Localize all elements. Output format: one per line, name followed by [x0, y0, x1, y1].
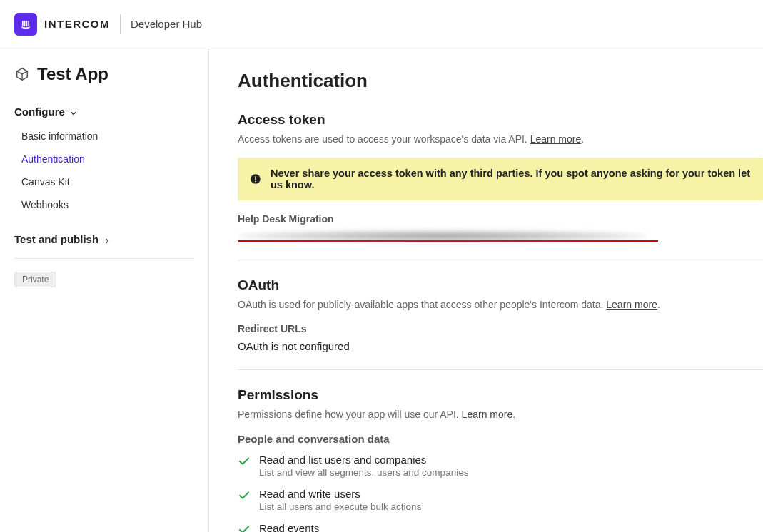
- divider: [14, 258, 194, 259]
- configure-subitems: Basic information Authentication Canvas …: [14, 125, 194, 216]
- access-token-learn-more-link[interactable]: Learn more: [530, 133, 582, 145]
- divider: [238, 369, 763, 370]
- configure-section-toggle[interactable]: Configure: [14, 106, 194, 118]
- oauth-not-configured: OAuth is not configured: [238, 340, 763, 352]
- cube-icon: [14, 66, 30, 82]
- permission-title: Read and write users: [259, 488, 421, 500]
- sidebar-item-canvas-kit[interactable]: Canvas Kit: [21, 170, 194, 193]
- oauth-heading: OAuth: [238, 277, 763, 293]
- oauth-desc: OAuth is used for publicly-available app…: [238, 299, 763, 310]
- permissions-heading: Permissions: [238, 387, 763, 403]
- test-publish-label: Test and publish: [14, 233, 98, 245]
- brand-name: INTERCOM: [44, 18, 110, 30]
- sidebar-item-authentication[interactable]: Authentication: [21, 148, 194, 170]
- hub-label[interactable]: Developer Hub: [131, 18, 202, 30]
- oauth-desc-text: OAuth is used for publicly-available app…: [238, 299, 606, 310]
- permission-text: Read and write users List all users and …: [259, 488, 421, 512]
- access-token-desc: Access tokens are used to access your wo…: [238, 133, 763, 145]
- sidebar-item-basic-information[interactable]: Basic information: [21, 125, 194, 148]
- page-title: Authentication: [238, 70, 763, 92]
- permission-row: Read and write users List all users and …: [238, 488, 763, 512]
- warning-icon: [249, 173, 262, 185]
- access-token-heading: Access token: [238, 112, 763, 128]
- permission-row: Read and list users and companies List a…: [238, 454, 763, 478]
- permission-sub: List all users and execute bulk actions: [259, 501, 421, 512]
- permission-title: Read and list users and companies: [259, 454, 468, 466]
- access-token-desc-text: Access tokens are used to access your wo…: [238, 133, 530, 145]
- divider: [238, 260, 763, 260]
- redirect-urls-label: Redirect URLs: [238, 323, 763, 334]
- app-title-row: Test App: [14, 64, 194, 84]
- permission-text: Read events List all events belonging to…: [259, 522, 430, 532]
- permissions-desc: Permissions define how your app will use…: [238, 409, 763, 420]
- permission-title: Read events: [259, 522, 430, 532]
- permissions-learn-more-link[interactable]: Learn more: [462, 409, 513, 420]
- warning-banner: Never share your access token with any t…: [238, 158, 763, 200]
- svg-rect-6: [255, 176, 256, 180]
- check-icon: [238, 455, 251, 468]
- layout: Test App Configure Basic information Aut…: [0, 48, 763, 532]
- oauth-learn-more-link[interactable]: Learn more: [606, 299, 657, 310]
- permission-text: Read and list users and companies List a…: [259, 454, 468, 478]
- svg-point-7: [255, 180, 256, 182]
- sidebar: Test App Configure Basic information Aut…: [0, 48, 209, 532]
- intercom-logo-icon: [14, 13, 37, 36]
- warning-text: Never share your access token with any t…: [271, 168, 752, 190]
- permission-row: Read events List all events belonging to…: [238, 522, 763, 532]
- check-icon: [238, 489, 251, 502]
- permissions-desc-text: Permissions define how your app will use…: [238, 409, 462, 420]
- private-badge: Private: [14, 272, 56, 287]
- header: INTERCOM Developer Hub: [0, 0, 763, 48]
- divider: [120, 14, 121, 34]
- chevron-down-icon: [69, 108, 78, 116]
- app-title: Test App: [37, 64, 108, 84]
- check-icon: [238, 523, 251, 532]
- access-token-redacted: [238, 230, 647, 242]
- permission-sub: List and view all segments, users and co…: [259, 467, 468, 478]
- test-publish-section-toggle[interactable]: Test and publish: [14, 233, 194, 245]
- chevron-right-icon: [103, 235, 111, 244]
- token-label: Help Desk Migration: [238, 213, 763, 225]
- configure-label: Configure: [14, 106, 65, 118]
- main-content: Authentication Access token Access token…: [209, 48, 763, 532]
- permissions-group-title: People and conversation data: [238, 433, 763, 445]
- sidebar-item-webhooks[interactable]: Webhooks: [21, 193, 194, 216]
